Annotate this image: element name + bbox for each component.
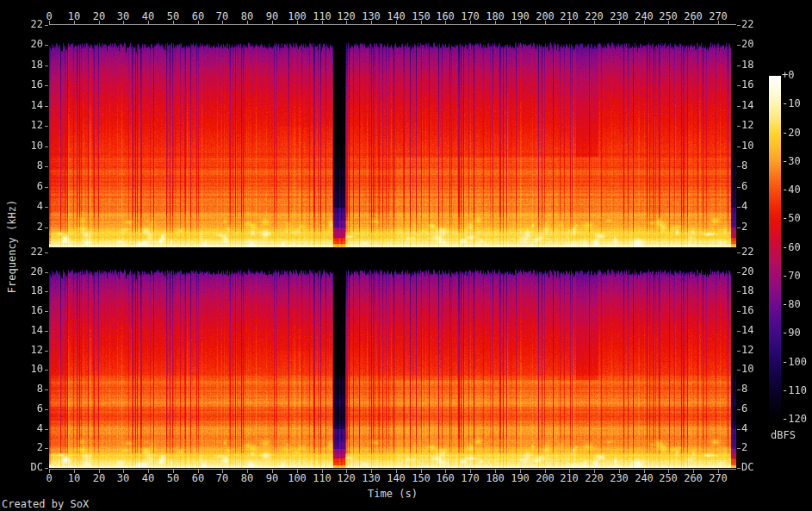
freq-tick-left (45, 389, 48, 390)
bottom-axis-line (49, 469, 736, 470)
time-tick-label: 110 (309, 11, 335, 22)
freq-tick-left (45, 126, 48, 127)
time-tick-label: 270 (705, 11, 731, 22)
time-tick-label: 200 (532, 11, 558, 22)
freq-tick-right (737, 126, 741, 127)
sox-spectrogram-figure: Frequency (kHz) 001010202030304040505060… (0, 0, 812, 511)
time-tick-label: 50 (160, 473, 186, 483)
time-tick-label: 250 (655, 473, 681, 483)
time-tick-label: 190 (507, 11, 533, 22)
spectrogram-channel-0 (49, 25, 736, 247)
freq-tick-right (737, 106, 741, 107)
freq-tick-right (737, 207, 741, 208)
time-tick-label: 240 (631, 11, 657, 22)
freq-tick-label: 14 (0, 100, 43, 110)
freq-tick-right (737, 409, 741, 410)
time-tick-label: 90 (259, 473, 285, 483)
time-tick-label: 70 (209, 473, 235, 483)
freq-tick-label: 22 (741, 19, 776, 29)
freq-tick-right (737, 45, 741, 46)
freq-tick-right (737, 252, 741, 253)
freq-tick-left (45, 166, 48, 167)
freq-tick-right (737, 429, 741, 430)
time-tick-label: 20 (86, 473, 112, 483)
freq-tick-right (737, 448, 741, 449)
freq-tick-label: 2 (0, 221, 43, 232)
freq-tick-left (45, 65, 48, 66)
freq-tick-label: 18 (741, 59, 776, 70)
time-tick-label: 260 (680, 473, 706, 483)
time-tick-label: 20 (86, 11, 112, 22)
freq-tick-right (737, 25, 741, 26)
freq-tick-left (45, 187, 48, 188)
time-tick-label: 110 (309, 473, 335, 483)
freq-tick-label: DC (741, 462, 776, 472)
time-tick-label: 270 (705, 473, 731, 483)
time-tick-label: 240 (631, 473, 657, 483)
freq-tick-left (45, 207, 48, 208)
freq-tick-right (737, 351, 741, 352)
time-tick-label: 180 (482, 11, 508, 22)
freq-tick-left (45, 468, 48, 469)
time-tick-label: 150 (408, 473, 434, 483)
freq-tick-label: 10 (0, 140, 43, 151)
time-axis-title: Time (s) (49, 488, 736, 500)
colorbar-tick-label: -110 (782, 385, 812, 396)
time-tick-label: 120 (333, 11, 359, 22)
freq-tick-right (737, 227, 741, 228)
freq-tick-left (45, 291, 48, 292)
freq-tick-label: 12 (0, 120, 43, 130)
colorbar-tick-label: +0 (782, 70, 812, 80)
colorbar-tick-label: -40 (782, 184, 812, 195)
time-tick-label: 220 (581, 473, 607, 483)
freq-tick-label: 6 (0, 403, 43, 414)
freq-tick-label: 4 (0, 201, 43, 211)
colorbar-unit-label: dBFS (771, 429, 796, 441)
time-tick-label: 220 (581, 11, 607, 22)
time-tick-label: 170 (457, 473, 483, 483)
freq-tick-label: 22 (0, 19, 43, 29)
freq-tick-label: 18 (0, 285, 43, 296)
freq-tick-left (45, 429, 48, 430)
freq-tick-right (737, 85, 741, 86)
freq-tick-right (737, 187, 741, 188)
freq-tick-left (45, 252, 48, 253)
time-tick-label: 130 (358, 473, 384, 483)
freq-tick-right (737, 370, 741, 371)
freq-tick-left (45, 370, 48, 371)
colorbar-tick-label: -30 (782, 156, 812, 166)
freq-tick-label: 12 (0, 345, 43, 355)
freq-tick-right (737, 272, 741, 273)
colorbar-tick-label: -70 (782, 271, 812, 281)
time-tick-label: 130 (358, 11, 384, 22)
time-tick-label: 140 (383, 11, 409, 22)
freq-tick-left (45, 227, 48, 228)
time-tick-label: 160 (432, 11, 458, 22)
freq-tick-right (737, 146, 741, 147)
time-tick-label: 0 (36, 473, 62, 483)
freq-tick-label: 18 (0, 59, 43, 70)
freq-tick-label: 4 (0, 423, 43, 433)
freq-tick-left (45, 106, 48, 107)
time-tick-label: 40 (135, 473, 161, 483)
freq-tick-left (45, 146, 48, 147)
freq-tick-right (737, 166, 741, 167)
top-axis-line (49, 24, 736, 25)
time-tick-label: 200 (532, 473, 558, 483)
time-tick-label: 60 (185, 11, 211, 22)
time-tick-label: 170 (457, 11, 483, 22)
freq-tick-left (45, 409, 48, 410)
freq-tick-label: 2 (0, 442, 43, 452)
freq-tick-right (737, 468, 741, 469)
freq-tick-label: 20 (741, 39, 776, 49)
freq-tick-label: 20 (0, 39, 43, 49)
time-tick-label: 100 (284, 11, 310, 22)
time-tick-label: 180 (482, 473, 508, 483)
time-tick-label: 80 (234, 473, 260, 483)
time-tick-label: 40 (135, 11, 161, 22)
colorbar-tick-label: -10 (782, 98, 812, 109)
time-tick-label: 10 (61, 11, 87, 22)
time-tick-label: 140 (383, 473, 409, 483)
freq-tick-label: DC (0, 462, 43, 472)
time-tick-label: 190 (507, 473, 533, 483)
